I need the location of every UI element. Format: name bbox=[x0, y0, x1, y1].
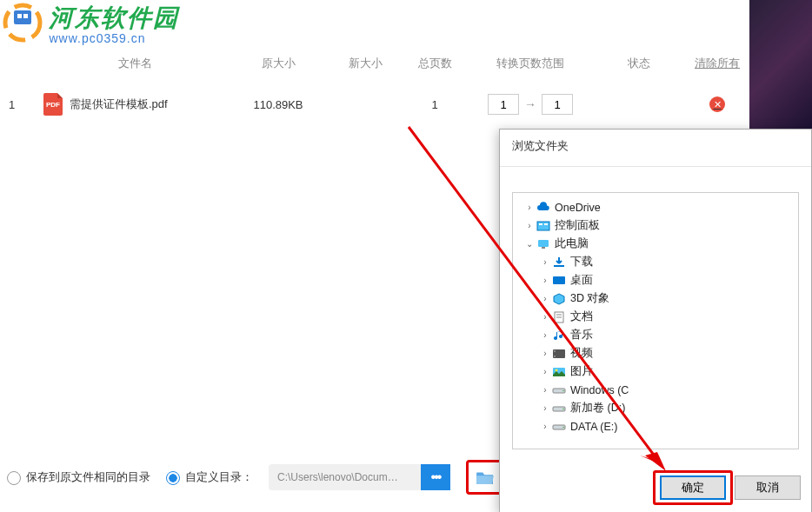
chevron-icon: › bbox=[523, 203, 536, 212]
tree-item-音乐[interactable]: ›音乐 bbox=[516, 326, 795, 344]
header-range: 转换页数范围 bbox=[469, 56, 591, 76]
ok-button[interactable]: 确定 bbox=[660, 475, 726, 500]
svg-rect-6 bbox=[544, 223, 548, 225]
tree-item-label: 音乐 bbox=[570, 328, 593, 342]
pdf-icon: PDF bbox=[43, 93, 63, 116]
drive-icon bbox=[551, 402, 567, 416]
tree-item-桌面[interactable]: ›桌面 bbox=[516, 271, 795, 289]
browse-folder-dialog: 浏览文件夹 ›OneDrive›控制面板⌄此电脑›下载›桌面›3D 对象›文档›… bbox=[499, 129, 812, 512]
tree-item-新加卷 (D:)[interactable]: ›新加卷 (D:) bbox=[516, 399, 795, 417]
svg-point-21 bbox=[562, 408, 564, 409]
dialog-title: 浏览文件夹 bbox=[500, 130, 811, 167]
tree-item-label: 图片 bbox=[570, 364, 593, 379]
chevron-icon: › bbox=[539, 312, 551, 322]
pc-icon bbox=[536, 237, 551, 251]
tree-item-label: 视频 bbox=[570, 346, 593, 361]
chevron-icon: › bbox=[539, 385, 551, 395]
chevron-icon: › bbox=[539, 257, 551, 267]
header-totalpages: 总页数 bbox=[400, 56, 469, 76]
clear-all-link[interactable]: 清除所有 bbox=[687, 56, 748, 76]
chevron-icon: › bbox=[539, 330, 551, 340]
row-totalpages: 1 bbox=[400, 98, 469, 111]
tree-item-label: 此电脑 bbox=[555, 236, 589, 251]
svg-rect-3 bbox=[23, 14, 28, 18]
watermark-logo-icon bbox=[2, 2, 43, 43]
desktop-icon bbox=[551, 274, 567, 288]
tree-item-控制面板[interactable]: ›控制面板 bbox=[516, 216, 795, 235]
chevron-icon: › bbox=[539, 349, 551, 358]
custom-dir-input[interactable] bbox=[269, 464, 421, 490]
open-folder-button[interactable] bbox=[470, 464, 500, 490]
table-header: 文件名 原大小 新大小 总页数 转换页数范围 状态 清除所有 bbox=[0, 56, 812, 76]
tree-item-3D 对象[interactable]: ›3D 对象 bbox=[516, 289, 795, 308]
tree-item-视频[interactable]: ›视频 bbox=[516, 344, 795, 362]
arrow-right-icon: → bbox=[524, 97, 536, 111]
range-from-input[interactable] bbox=[488, 94, 519, 115]
watermark-title: 河东软件园 bbox=[49, 2, 179, 35]
svg-rect-5 bbox=[539, 223, 542, 225]
tree-item-label: 新加卷 (D:) bbox=[570, 401, 625, 416]
header-filename: 文件名 bbox=[43, 56, 226, 76]
pic-icon bbox=[551, 365, 567, 379]
bottom-bar: 保存到原文件相同的目录 自定义目录： ••• bbox=[7, 460, 504, 495]
music-icon bbox=[551, 329, 567, 342]
drive-icon bbox=[551, 420, 567, 434]
drive-icon bbox=[551, 383, 567, 397]
folder-icon bbox=[476, 469, 495, 485]
tree-item-label: OneDrive bbox=[555, 202, 601, 214]
svg-rect-2 bbox=[17, 14, 22, 18]
save-orig-dir-option[interactable]: 保存到原文件相同的目录 bbox=[7, 469, 150, 485]
chevron-icon: › bbox=[523, 221, 536, 230]
tree-item-图片[interactable]: ›图片 bbox=[516, 362, 795, 381]
tree-item-label: 桌面 bbox=[570, 273, 593, 288]
watermark: 河东软件园 www.pc0359.cn bbox=[2, 2, 179, 47]
cube-icon bbox=[551, 292, 567, 306]
row-origsize: 110.89KB bbox=[226, 98, 330, 111]
svg-rect-1 bbox=[14, 10, 31, 24]
cancel-button[interactable]: 取消 bbox=[735, 475, 801, 500]
header-status: 状态 bbox=[591, 56, 687, 76]
svg-point-19 bbox=[562, 389, 564, 391]
panel-icon bbox=[536, 219, 551, 233]
tree-item-Windows (C[interactable]: ›Windows (C bbox=[516, 381, 795, 399]
chevron-icon: ⌄ bbox=[523, 239, 536, 249]
custom-dir-option[interactable]: 自定义目录： bbox=[166, 469, 253, 485]
tree-item-label: 控制面板 bbox=[555, 218, 600, 233]
tree-item-label: Windows (C bbox=[570, 384, 629, 396]
folder-tree: ›OneDrive›控制面板⌄此电脑›下载›桌面›3D 对象›文档›音乐›视频›… bbox=[512, 192, 799, 449]
svg-rect-14 bbox=[554, 350, 556, 352]
video-icon bbox=[551, 347, 567, 361]
tree-item-label: 下载 bbox=[570, 255, 593, 269]
tree-item-label: 文档 bbox=[570, 309, 593, 324]
chevron-icon: › bbox=[539, 403, 551, 413]
svg-rect-9 bbox=[553, 276, 565, 284]
header-newsize: 新大小 bbox=[330, 56, 400, 76]
chevron-icon: › bbox=[539, 422, 551, 431]
chevron-icon: › bbox=[539, 367, 551, 376]
tree-item-OneDrive[interactable]: ›OneDrive bbox=[516, 198, 795, 216]
row-filename: 需提供证件模板.pdf bbox=[70, 96, 168, 112]
tree-item-DATA (E:)[interactable]: ›DATA (E:) bbox=[516, 417, 795, 436]
chevron-icon: › bbox=[539, 276, 551, 285]
svg-rect-4 bbox=[537, 222, 549, 230]
download-icon bbox=[551, 256, 567, 269]
header-origsize: 原大小 bbox=[226, 56, 330, 76]
cloud-icon bbox=[536, 201, 551, 215]
delete-row-button[interactable]: ✕ bbox=[709, 96, 725, 112]
tree-item-此电脑[interactable]: ⌄此电脑 bbox=[516, 235, 795, 253]
chevron-icon: › bbox=[539, 294, 551, 303]
tree-item-label: 3D 对象 bbox=[570, 291, 609, 306]
tree-item-label: DATA (E:) bbox=[570, 421, 617, 433]
svg-point-23 bbox=[562, 426, 564, 428]
svg-rect-15 bbox=[554, 356, 556, 357]
doc-icon bbox=[551, 310, 567, 324]
svg-rect-8 bbox=[542, 247, 545, 249]
browse-path-button[interactable]: ••• bbox=[421, 464, 450, 490]
row-index: 1 bbox=[9, 98, 43, 111]
svg-rect-7 bbox=[538, 240, 549, 247]
tree-item-下载[interactable]: ›下载 bbox=[516, 253, 795, 271]
tree-item-文档[interactable]: ›文档 bbox=[516, 308, 795, 326]
table-row: 1 PDF 需提供证件模板.pdf 110.89KB 1 → ✕ bbox=[0, 87, 812, 122]
range-to-input[interactable] bbox=[542, 94, 573, 115]
